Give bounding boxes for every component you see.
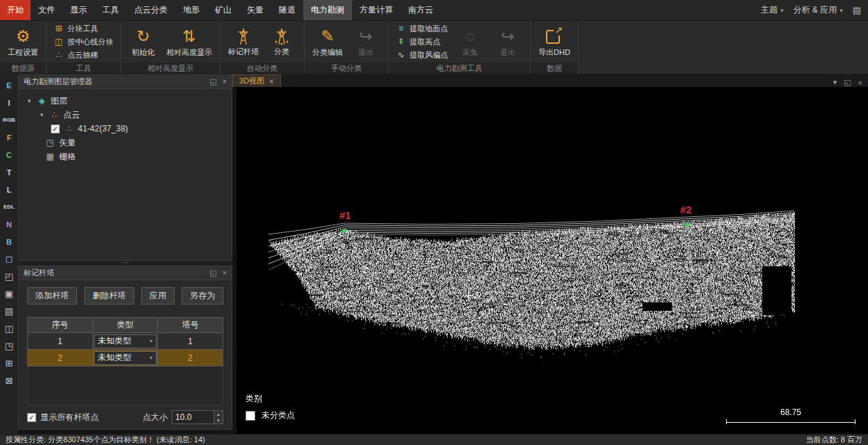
measure-box-tool-icon[interactable]: ⊠ xyxy=(2,375,16,387)
unclassified-color-swatch[interactable] xyxy=(246,411,255,421)
select-box-tool-icon[interactable]: ◻ xyxy=(2,253,16,265)
type-dropdown[interactable]: 未知类型 ▾ xyxy=(94,334,157,348)
initialize-button[interactable]: ↻ 初始化 xyxy=(125,25,161,58)
menu-item-terrain[interactable]: 地形 xyxy=(175,0,207,20)
unclassified-label: 未分类点 xyxy=(262,410,295,421)
app-grid-icon[interactable]: ▤ xyxy=(853,5,861,15)
cell-tower-no[interactable]: 1 xyxy=(158,333,223,350)
flight-display-icon[interactable]: F xyxy=(2,131,16,143)
clip-box-tool-icon[interactable]: ◳ xyxy=(2,340,16,352)
tree-node-pointcloud[interactable]: ▾ ∴ 点云 xyxy=(23,108,227,122)
export-dhd-label: 导出DHD xyxy=(538,47,570,58)
cross-section-tool-icon[interactable]: ◫ xyxy=(2,323,16,334)
tree-node-layers[interactable]: ▾ ◈ 图层 xyxy=(23,94,227,108)
dataset-checkbox[interactable]: ✓ xyxy=(51,124,60,134)
tree-node-dataset[interactable]: ✓ ∴ 41-42(37_38) xyxy=(23,122,227,136)
point-size-stepper[interactable]: ▴ ▾ xyxy=(172,410,223,424)
cube-view-tool-icon[interactable]: ▣ xyxy=(2,288,16,300)
apply-button[interactable]: 应用 xyxy=(141,287,175,305)
tree-expand-icon[interactable]: ▾ xyxy=(26,97,33,104)
profile-tool-icon[interactable]: ◰ xyxy=(2,270,16,282)
menu-item-mine[interactable]: 矿山 xyxy=(207,0,239,20)
type-dropdown[interactable]: 未知类型 ▾ xyxy=(94,351,157,365)
normal-display-icon[interactable]: N xyxy=(2,218,16,230)
grid-tool-icon[interactable]: ⊞ xyxy=(2,357,16,369)
rgb-display-icon[interactable]: RGB xyxy=(2,114,16,126)
thin-cloud-button[interactable]: ∴ 点云抽稀 xyxy=(54,50,113,60)
layer-manager-header: 电力勘测图层管理器 ◱ × xyxy=(19,75,232,89)
cell-tower-no[interactable]: 2 xyxy=(158,350,223,366)
group-label-power-tools: 电力勘测工具 xyxy=(389,63,530,74)
close-icon[interactable]: × xyxy=(269,77,273,86)
edl-display-icon[interactable]: EDL xyxy=(2,201,16,213)
add-tower-button[interactable]: 添加杆塔 xyxy=(27,287,77,305)
float-window-icon[interactable]: ◱ xyxy=(209,77,216,86)
menu-item-tools[interactable]: 工具 xyxy=(95,0,127,20)
panel-splitter[interactable]: ⋯ xyxy=(18,261,232,266)
extract-wind-deviation-button[interactable]: ∿ 提取风偏点 xyxy=(396,50,448,60)
classification-display-icon[interactable]: C xyxy=(2,149,16,161)
menu-bar-right: 主题 ▾ 分析 & 应用 ▾ ▤ xyxy=(761,0,868,20)
delete-tower-button[interactable]: 删除杆塔 xyxy=(84,287,134,305)
close-icon[interactable]: × xyxy=(858,79,862,87)
tree-node-raster[interactable]: ▦ 栅格 xyxy=(23,149,227,163)
menu-item-volume-calc[interactable]: 方量计算 xyxy=(352,0,401,20)
centerline-block-button[interactable]: ◫ 按中心线分块 xyxy=(54,37,113,47)
chevron-down-icon[interactable]: ▾ xyxy=(833,78,837,87)
spin-down-icon[interactable]: ▾ xyxy=(214,417,223,423)
block-tool-button[interactable]: ⊞ 分块工具 xyxy=(54,24,113,34)
lasso-icon: ◌ xyxy=(465,26,475,47)
collect-label: 采集 xyxy=(463,47,478,58)
cell-index[interactable]: 1 xyxy=(28,333,93,350)
classify-label: 分类 xyxy=(274,47,289,57)
menu-item-tunnel[interactable]: 隧道 xyxy=(271,0,303,20)
level-display-icon[interactable]: L xyxy=(2,184,16,195)
classify-button[interactable]: 分类 xyxy=(264,26,300,58)
close-icon[interactable]: × xyxy=(223,268,227,277)
slice-tool-icon[interactable]: ▤ xyxy=(2,305,16,317)
tree-node-vector[interactable]: ◳ 矢量 xyxy=(23,136,227,149)
point-size-input[interactable] xyxy=(172,411,214,423)
menu-item-southern-cloud[interactable]: 南方云 xyxy=(401,0,441,20)
mark-tower-button[interactable]: 标记杆塔 xyxy=(225,26,262,58)
elevation-display-icon[interactable]: E xyxy=(2,79,16,91)
float-window-icon[interactable]: ◱ xyxy=(209,268,216,277)
close-icon[interactable]: × xyxy=(223,77,227,86)
menu-item-power-survey[interactable]: 电力勘测 xyxy=(303,0,352,20)
float-window-icon[interactable]: ◱ xyxy=(844,78,851,87)
column-header-tower-no: 塔号 xyxy=(158,318,223,333)
tower-2-label: #2 xyxy=(680,204,692,216)
start-menu-button[interactable]: 开始 xyxy=(0,0,31,20)
tab-3d-view[interactable]: 3D视图 × xyxy=(232,74,281,87)
spin-up-icon[interactable]: ▴ xyxy=(214,411,223,417)
tree-node-raster-label: 栅格 xyxy=(59,151,76,163)
show-all-towers-checkbox[interactable]: ✓ xyxy=(27,413,36,422)
cell-index[interactable]: 2 xyxy=(28,350,93,366)
project-settings-button[interactable]: ⚙ 工程设置 xyxy=(4,25,42,58)
point-cloud-canvas[interactable] xyxy=(236,87,868,434)
menu-item-file[interactable]: 文件 xyxy=(31,0,63,20)
time-display-icon[interactable]: T xyxy=(2,166,16,178)
extract-ground-points-button[interactable]: ≡ 提取地面点 xyxy=(396,24,448,34)
tree-expand-icon[interactable]: ▾ xyxy=(38,111,45,118)
menu-item-vector[interactable]: 矢量 xyxy=(239,0,271,20)
table-row-selected[interactable]: 2 未知类型 ▾ 2 xyxy=(28,350,223,366)
column-header-type: 类型 xyxy=(93,318,158,333)
menu-item-display[interactable]: 显示 xyxy=(63,0,95,20)
table-row[interactable]: 1 未知类型 ▾ 1 xyxy=(28,333,223,350)
blend-display-icon[interactable]: B xyxy=(2,236,16,248)
scale-value: 68.75 xyxy=(726,407,855,417)
exit-power-label: 退出 xyxy=(500,47,515,58)
theme-menu[interactable]: 主题 ▾ xyxy=(761,4,784,16)
extract-high-points-button[interactable]: ⇞ 提取高点 xyxy=(396,37,448,47)
export-dhd-button[interactable]: ↗ 导出DHD xyxy=(535,26,574,58)
ribbon-group-relative-height: ↻ 初始化 ⇅ 相对高度显示 相对高度显示 xyxy=(121,21,220,74)
save-as-button[interactable]: 另存为 xyxy=(182,287,223,305)
relative-height-button[interactable]: ⇅ 相对高度显示 xyxy=(163,25,216,58)
menu-item-cloud-classification[interactable]: 点云分类 xyxy=(127,0,175,20)
classification-edit-button[interactable]: ✎ 分类编辑 xyxy=(309,25,346,58)
legend-item-unclassified[interactable]: 未分类点 xyxy=(246,410,295,421)
tower-1-label: #1 xyxy=(339,209,351,221)
analysis-apps-menu[interactable]: 分析 & 应用 ▾ xyxy=(794,4,843,16)
intensity-display-icon[interactable]: I xyxy=(2,97,16,108)
